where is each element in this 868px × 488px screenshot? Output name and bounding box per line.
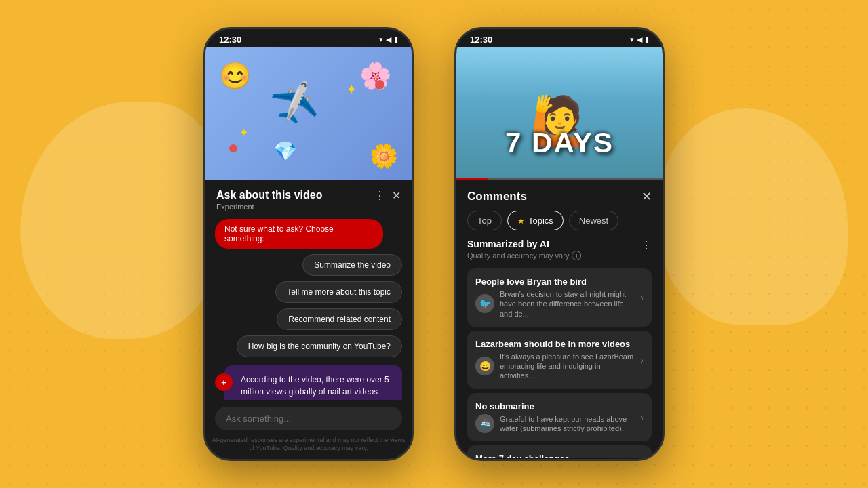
status-bar-2: 12:30 ▾ ◀ ▮ xyxy=(456,29,663,47)
video-progress-fill xyxy=(456,178,488,180)
ask-body: Not sure what to ask? Choose something: … xyxy=(205,215,412,400)
topic-avatar-2: 🚢 xyxy=(475,414,494,433)
phone-2: 12:30 ▾ ◀ ▮ 🙋 7 DAYS xyxy=(454,27,665,461)
wifi-icon: ◀ xyxy=(386,35,391,44)
tab-topics[interactable]: ★ Topics xyxy=(507,211,564,230)
signal-icon-2: ▾ xyxy=(630,35,634,44)
topic-avatar-1: 😄 xyxy=(475,357,494,375)
video-progress-bar xyxy=(456,178,663,180)
signal-icon: ▾ xyxy=(379,35,383,44)
topic-list: People love Bryan the bird 🐦 Bryan's dec… xyxy=(456,263,663,458)
status-time-1: 12:30 xyxy=(219,35,241,45)
suggestion-recommend[interactable]: Recommend related content xyxy=(277,308,402,330)
topic-item-2[interactable]: No submarine 🚢 Grateful to have kept our… xyxy=(467,393,652,442)
battery-icon-2: ▮ xyxy=(645,35,649,44)
topic-row-1: 😄 It's always a pleasure to see LazarBea… xyxy=(475,352,633,381)
thumb1-star1: ✦ xyxy=(346,81,357,98)
comments-panel: Comments ✕ Top ★ Topics Newest xyxy=(456,180,663,458)
info-icon[interactable]: i xyxy=(572,251,581,260)
status-icons-1: ▾ ◀ ▮ xyxy=(379,35,398,44)
ask-sheet: Ask about this video Experiment ⋮ ✕ Not … xyxy=(205,180,412,458)
tab-newest[interactable]: Newest xyxy=(569,211,618,230)
topic-item-1[interactable]: Lazarbeam should be in more videos 😄 It'… xyxy=(467,331,652,389)
ask-input[interactable] xyxy=(215,407,402,430)
thumb1-smiley1: 😊 xyxy=(219,61,251,91)
phone-1: 12:30 ▾ ◀ ▮ 😊 🌸 🌼 ✦ ✦ ✈️ 💎 xyxy=(203,27,414,461)
status-bar-1: 12:30 ▾ ◀ ▮ xyxy=(205,29,412,47)
ai-summary-info: Summarized by AI Quality and accuracy ma… xyxy=(467,239,581,260)
suggestion-summarize[interactable]: Summarize the video xyxy=(302,254,402,276)
tab-top[interactable]: Top xyxy=(467,211,502,230)
ai-response-bubble: + According to the video, there were ove… xyxy=(224,365,402,400)
topic-title-0: People love Bryan the bird xyxy=(475,277,633,287)
phones-container: 12:30 ▾ ◀ ▮ 😊 🌸 🌼 ✦ ✦ ✈️ 💎 xyxy=(203,27,665,461)
topic-item-3[interactable]: More 7 day challenges ⭐ This is absolute… xyxy=(467,445,652,458)
topic-item-0[interactable]: People love Bryan the bird 🐦 Bryan's dec… xyxy=(467,268,652,327)
not-sure-bubble: Not sure what to ask? Choose something: xyxy=(215,219,383,249)
ai-response-text: According to the video, there were over … xyxy=(234,373,393,400)
ask-subtitle: Experiment xyxy=(216,203,322,211)
ask-header: Ask about this video Experiment ⋮ ✕ xyxy=(205,180,412,215)
close-comments-button[interactable]: ✕ xyxy=(642,189,652,204)
comments-header: Comments ✕ xyxy=(456,180,663,211)
ai-summary-more-button[interactable]: ⋮ xyxy=(641,239,652,251)
ai-summary-title: Summarized by AI xyxy=(467,239,581,249)
ai-summary-sub: Quality and accuracy may vary i xyxy=(467,251,581,260)
topic-content-2: No submarine 🚢 Grateful to have kept our… xyxy=(475,401,633,434)
topic-content-0: People love Bryan the bird 🐦 Bryan's dec… xyxy=(475,277,633,319)
topic-content-1: Lazarbeam should be in more videos 😄 It'… xyxy=(475,339,633,381)
thumb2-overlay: 🙋 xyxy=(456,47,663,180)
ask-input-area xyxy=(205,400,412,433)
topic-avatar-0: 🐦 xyxy=(475,294,494,313)
status-time-2: 12:30 xyxy=(470,35,492,45)
battery-icon: ▮ xyxy=(394,35,398,44)
more-options-button[interactable]: ⋮ xyxy=(374,189,385,202)
phone2-content: 🙋 7 DAYS Comments ✕ Top xyxy=(456,47,663,458)
chevron-right-icon-1: › xyxy=(640,354,644,365)
topic-row-2: 🚢 Grateful to have kept our heads above … xyxy=(475,414,633,434)
topic-title-2: No submarine xyxy=(475,401,633,411)
topic-row-0: 🐦 Bryan's decision to stay all night mig… xyxy=(475,289,633,319)
thumb1-gem: 💎 xyxy=(273,140,297,163)
thumb1-dot1 xyxy=(375,80,384,89)
topic-content-3: More 7 day challenges ⭐ This is absolute… xyxy=(475,453,633,458)
topic-preview-0: Bryan's decision to stay all night might… xyxy=(500,289,633,319)
comments-tabs: Top ★ Topics Newest xyxy=(456,211,663,239)
chevron-right-icon-0: › xyxy=(640,292,644,303)
topic-title-1: Lazarbeam should be in more videos xyxy=(475,339,633,349)
thumb1-dot2 xyxy=(229,144,237,152)
video-thumbnail-2: 🙋 7 DAYS xyxy=(456,47,663,180)
topic-preview-1: It's always a pleasure to see LazarBeam … xyxy=(500,352,633,381)
thumb2-days-text: 7 DAYS xyxy=(505,127,614,159)
topic-title-3: More 7 day challenges xyxy=(475,453,633,458)
not-sure-text: Not sure what to ask? Choose something: xyxy=(224,224,334,243)
video-thumbnail-1: 😊 🌸 🌼 ✦ ✦ ✈️ 💎 xyxy=(205,47,412,180)
close-ask-button[interactable]: ✕ xyxy=(392,189,401,202)
ai-summary-header: Summarized by AI Quality and accuracy ma… xyxy=(456,239,663,263)
ask-title-group: Ask about this video Experiment xyxy=(216,189,322,211)
comments-title: Comments xyxy=(467,190,527,203)
wifi-icon-2: ◀ xyxy=(637,35,642,44)
topic-preview-2: Grateful to have kept our heads above wa… xyxy=(500,414,633,434)
topics-star-icon: ★ xyxy=(517,216,525,226)
thumb1-flower2: 🌼 xyxy=(370,142,398,169)
ask-title: Ask about this video xyxy=(216,189,322,201)
suggestion-tell-more[interactable]: Tell me more about this topic xyxy=(275,281,402,303)
ask-disclaimer: AI-generated responses are experimental … xyxy=(205,433,412,458)
ask-header-actions: ⋮ ✕ xyxy=(374,189,401,202)
phone1-content: 😊 🌸 🌼 ✦ ✦ ✈️ 💎 Ask about this video Expe… xyxy=(205,47,412,458)
thumb1-star2: ✦ xyxy=(239,126,248,139)
chevron-right-icon-2: › xyxy=(640,412,644,423)
ai-icon: + xyxy=(215,373,233,391)
suggestion-community[interactable]: How big is the community on YouTube? xyxy=(237,336,402,357)
status-icons-2: ▾ ◀ ▮ xyxy=(630,35,649,44)
